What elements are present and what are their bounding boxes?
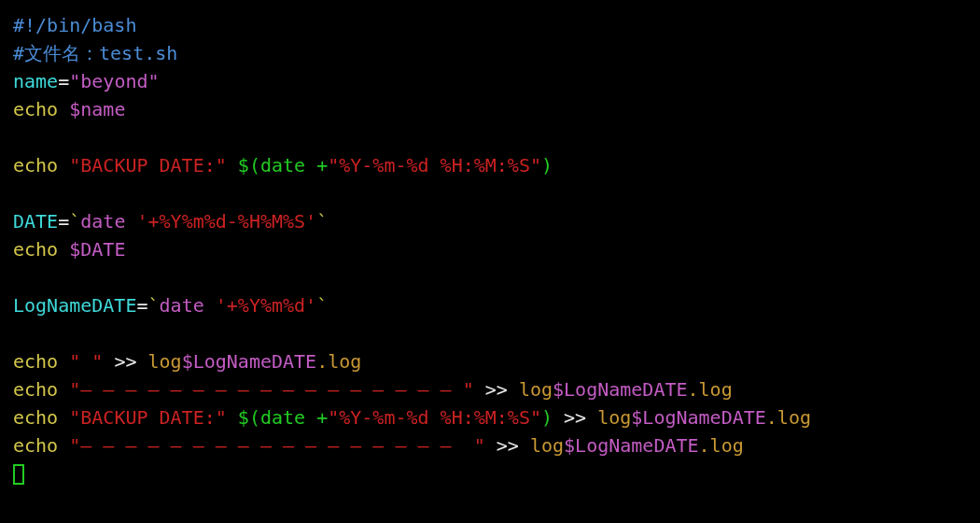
- var-name: LogNameDATE: [13, 294, 136, 317]
- code-line-9: echo $DATE: [13, 235, 967, 263]
- code-line-16: echo "— — — — — — — — — — — — — — — — — …: [13, 431, 967, 459]
- date-cmd: date: [80, 210, 136, 233]
- variable: $LogNameDATE: [553, 378, 688, 401]
- format-string: '+%Y%m%d-%H%M%S': [136, 210, 316, 233]
- code-line-11: LogNameDATE=`date '+%Y%m%d'`: [13, 291, 967, 319]
- echo-cmd: echo: [13, 434, 58, 457]
- backtick: `: [69, 210, 80, 233]
- date-cmd: date: [260, 154, 316, 177]
- code-editor[interactable]: #!/bin/bash#文件名：test.shname="beyond"echo…: [13, 11, 967, 488]
- quote: ": [58, 434, 80, 457]
- quote: ": [463, 378, 474, 401]
- filename-ext: .log: [699, 434, 744, 457]
- variable: $LogNameDATE: [631, 406, 766, 429]
- var-name: name: [13, 70, 58, 92]
- subshell-open: $(: [227, 406, 260, 429]
- filename-ext: .log: [316, 350, 361, 373]
- subshell-open: $(: [227, 154, 260, 177]
- echo-cmd: echo: [13, 378, 58, 401]
- echo-cmd: echo: [13, 98, 58, 120]
- string: "BACKUP DATE:": [58, 154, 227, 177]
- blank-line: [13, 123, 967, 151]
- filename-ext: .log: [766, 406, 811, 429]
- format-string: "%Y-%m-%d %H:%M:%S": [328, 154, 541, 177]
- cursor-icon: [13, 464, 24, 485]
- echo-cmd: echo: [13, 350, 58, 373]
- variable: $name: [58, 98, 125, 120]
- code-line-2: #文件名：test.sh: [13, 39, 967, 67]
- blank-line: [13, 263, 967, 291]
- equals: =: [136, 294, 147, 317]
- date-cmd: date: [160, 294, 216, 317]
- subshell-close: ): [541, 406, 553, 429]
- date-cmd: date: [260, 406, 316, 429]
- code-line-8: DATE=`date '+%Y%m%d-%H%M%S'`: [13, 207, 967, 235]
- filename-ext: .log: [688, 378, 733, 401]
- format-string: "%Y-%m-%d %H:%M:%S": [328, 406, 541, 429]
- backtick: `: [316, 210, 328, 233]
- blank-line: [13, 319, 967, 347]
- string: "BACKUP DATE:": [58, 406, 227, 429]
- code-line-15: echo "BACKUP DATE:" $(date +"%Y-%m-%d %H…: [13, 403, 967, 431]
- plus: +: [316, 154, 328, 177]
- code-line-1: #!/bin/bash: [13, 11, 967, 39]
- quote: ": [58, 378, 80, 401]
- filename-prefix: log: [148, 350, 182, 373]
- variable: $DATE: [58, 238, 125, 261]
- plus: +: [316, 406, 328, 429]
- string: "beyond": [69, 70, 159, 92]
- cursor-line: [13, 459, 967, 488]
- echo-cmd: echo: [13, 238, 58, 261]
- filename-prefix: log: [530, 434, 564, 457]
- filename-prefix: log: [597, 406, 631, 429]
- redirect: >>: [485, 434, 530, 457]
- filename-prefix: log: [519, 378, 553, 401]
- code-line-6: echo "BACKUP DATE:" $(date +"%Y-%m-%d %H…: [13, 151, 967, 179]
- redirect: >>: [553, 406, 597, 429]
- redirect: >>: [103, 350, 147, 373]
- shebang: #!/bin/bash: [13, 14, 136, 36]
- code-line-4: echo $name: [13, 95, 967, 123]
- variable: $LogNameDATE: [182, 350, 317, 373]
- backtick: `: [316, 294, 328, 317]
- format-string: '+%Y%m%d': [216, 294, 316, 317]
- equals: =: [58, 70, 69, 92]
- code-line-3: name="beyond": [13, 67, 967, 95]
- comment: #文件名：test.sh: [13, 42, 177, 64]
- var-name: DATE: [13, 210, 58, 233]
- subshell-close: ): [541, 154, 553, 177]
- redirect: >>: [474, 378, 519, 401]
- equals: =: [58, 210, 69, 233]
- variable: $LogNameDATE: [564, 434, 699, 457]
- code-line-13: echo " " >> log$LogNameDATE.log: [13, 347, 967, 375]
- echo-cmd: echo: [13, 406, 58, 429]
- blank-line: [13, 179, 967, 207]
- dashes: — — — — — — — — — — — — — — — — —: [80, 378, 462, 401]
- dashes: — — — — — — — — — — — — — — — — —: [80, 434, 473, 457]
- backtick: `: [148, 294, 160, 317]
- code-line-14: echo "— — — — — — — — — — — — — — — — — …: [13, 375, 967, 403]
- string: " ": [58, 350, 103, 373]
- quote: ": [474, 434, 485, 457]
- echo-cmd: echo: [13, 154, 58, 177]
